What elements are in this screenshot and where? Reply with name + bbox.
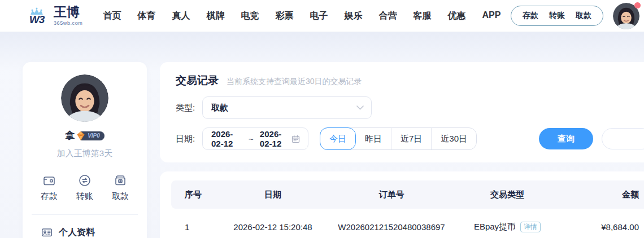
transaction-type-select[interactable]: 取款 [202, 96, 372, 119]
nav-item-affiliate[interactable]: 合营 [378, 10, 397, 22]
row-amount: ¥8,684.00 [555, 222, 644, 232]
chevron-down-icon [356, 105, 364, 110]
nav-item-slots[interactable]: 电子 [310, 10, 328, 22]
nav-item-sports[interactable]: 体育 [137, 10, 155, 22]
withdraw-link[interactable]: 取款 [576, 11, 591, 21]
sidebar-item-profile[interactable]: 个人资料 [23, 215, 147, 238]
date-range-text: 2026-02-12 ~ 2026-02-12 [211, 129, 291, 148]
quick-date-range-group: 今日 昨日 近7日 近30日 [320, 127, 477, 150]
vip-level-label: VIP0 [88, 133, 100, 139]
row-type-cell: EBpay提币 详情 [459, 222, 555, 232]
brand-logo[interactable]: W3 王博 365wb.com [25, 6, 82, 26]
brand-name: 王博 [54, 6, 82, 19]
range-today-button[interactable]: 今日 [320, 127, 356, 150]
deposit-link[interactable]: 存款 [523, 11, 538, 21]
col-header-date: 日期 [222, 189, 324, 200]
wallet-actions-pill: 存款 转账 取款 [511, 6, 603, 26]
sidebar-quick-actions: 存款 转账 取款 [23, 174, 147, 202]
main-nav: 首页 体育 真人 棋牌 电竞 彩票 电子 娱乐 合营 客服 优惠 APP [103, 10, 501, 22]
type-label: 类型: [176, 103, 202, 113]
row-datetime: 2026-02-12 15:20:48 [222, 222, 324, 232]
row-index: 1 [171, 222, 222, 232]
user-identity: 拿 VIP0 [65, 129, 105, 142]
transfer-link[interactable]: 转账 [549, 11, 565, 21]
topbar-right: 存款 转账 取款 [511, 3, 639, 29]
table-header-row: 序号 日期 订单号 交易类型 金额 [171, 180, 644, 209]
profile-link-label: 个人资料 [59, 227, 95, 238]
col-header-index: 序号 [171, 189, 222, 200]
detail-badge-button[interactable]: 详情 [520, 222, 541, 232]
nav-item-promotions[interactable]: 优惠 [447, 10, 465, 22]
sidebar-deposit-button[interactable]: 存款 [34, 174, 64, 202]
vip-badge: VIP0 [80, 131, 105, 140]
nav-item-app[interactable]: APP [482, 10, 501, 22]
nav-item-live[interactable]: 真人 [172, 10, 190, 22]
notification-dot [634, 2, 641, 8]
id-card-icon [41, 226, 53, 238]
sidebar-transfer-button[interactable]: 转账 [69, 174, 100, 202]
logo-text: 王博 365wb.com [54, 6, 82, 26]
reset-button-partial[interactable] [602, 128, 644, 149]
title-row: 交易记录 当前系统支持查询最近30日的交易记录 [176, 73, 644, 88]
nav-item-esports[interactable]: 电竞 [241, 10, 259, 22]
nav-item-lottery[interactable]: 彩票 [275, 10, 293, 22]
calendar-icon [291, 134, 301, 144]
query-button[interactable]: 查询 [539, 128, 593, 149]
date-filter-row: 日期: 2026-02-12 ~ 2026-02-12 今日 昨日 [176, 127, 644, 150]
date-label: 日期: [176, 134, 202, 144]
top-navbar: W3 王博 365wb.com 首页 体育 真人 棋牌 电竞 彩票 电子 娱乐 … [0, 0, 644, 32]
join-days-text: 加入王博第3天 [57, 148, 112, 159]
app-screen: W3 王博 365wb.com 首页 体育 真人 棋牌 电竞 彩票 电子 娱乐 … [0, 0, 644, 238]
type-selected-value: 取款 [211, 103, 356, 113]
row-type-value: EBpay提币 [474, 222, 516, 232]
user-avatar[interactable] [613, 3, 639, 29]
profile-sidebar: 拿 VIP0 加入王博第3天 存款 [23, 62, 147, 238]
type-filter-row: 类型: 取款 [176, 96, 644, 119]
wallet-icon [42, 174, 56, 187]
sidebar-withdraw-button[interactable]: 取款 [105, 174, 136, 202]
col-header-amount: 金额 [555, 189, 644, 200]
range-yesterday-button[interactable]: 昨日 [356, 128, 391, 149]
sidebar-deposit-label: 存款 [41, 191, 58, 202]
page-content: 拿 VIP0 加入王博第3天 存款 [0, 32, 644, 238]
vip-gem-icon [75, 130, 86, 142]
brand-domain: 365wb.com [54, 20, 82, 26]
page-title: 交易记录 [176, 73, 219, 88]
sidebar-withdraw-label: 取款 [112, 191, 129, 202]
date-range-input[interactable]: 2026-02-12 ~ 2026-02-12 [202, 127, 308, 150]
col-header-order-no: 订单号 [324, 189, 459, 200]
logo-mark-text: W3 [29, 14, 45, 25]
username: 拿 [65, 129, 75, 142]
col-header-type: 交易类型 [459, 189, 555, 200]
nav-item-support[interactable]: 客服 [413, 10, 431, 22]
page-subtitle: 当前系统支持查询最近30日的交易记录 [227, 77, 362, 87]
transaction-table-card: 序号 日期 订单号 交易类型 金额 1 2026-02-12 15:20:48 … [160, 171, 644, 238]
nav-item-home[interactable]: 首页 [103, 10, 121, 22]
transfer-icon [78, 174, 92, 187]
profile-avatar[interactable] [61, 74, 108, 122]
nav-item-entertainment[interactable]: 娱乐 [344, 10, 362, 22]
date-end-value: 2026-02-12 [260, 129, 291, 148]
nav-item-board-games[interactable]: 棋牌 [206, 10, 224, 22]
logo-mark: W3 [25, 7, 49, 25]
main-column: 交易记录 当前系统支持查询最近30日的交易记录 类型: 取款 日期: [160, 62, 644, 238]
sidebar-transfer-label: 转账 [76, 191, 93, 202]
range-7days-button[interactable]: 近7日 [391, 128, 432, 149]
withdraw-icon [114, 174, 127, 187]
range-30days-button[interactable]: 近30日 [432, 128, 476, 149]
table-row: 1 2026-02-12 15:20:48 W20260212152048003… [171, 209, 644, 238]
date-start-value: 2026-02-12 [211, 129, 242, 148]
date-separator: ~ [249, 134, 254, 144]
row-order-no: W202602121520480038697 [324, 222, 459, 232]
transaction-filter-card: 交易记录 当前系统支持查询最近30日的交易记录 类型: 取款 日期: [160, 62, 644, 162]
